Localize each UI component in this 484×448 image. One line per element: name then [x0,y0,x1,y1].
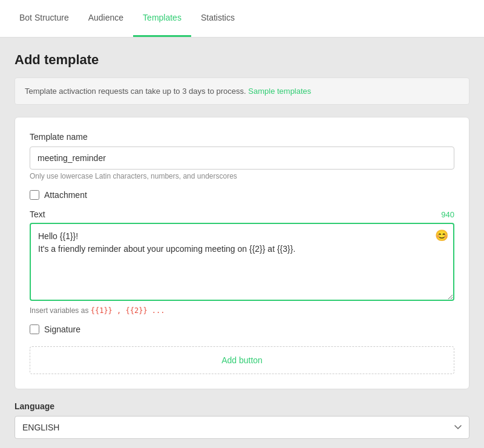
text-section-header: Text 940 [30,209,454,219]
signature-label[interactable]: Signature [44,324,80,334]
textarea-wrapper: 😊 [30,223,454,303]
page-content: Add template Template activaction reques… [0,38,484,448]
page-title: Add template [15,52,469,68]
attachment-label[interactable]: Attachment [44,190,87,200]
language-select[interactable]: ENGLISH SPANISH FRENCH GERMAN PORTUGUESE [15,416,469,439]
text-label: Text [30,209,45,219]
tab-bot-structure[interactable]: Bot Structure [10,0,79,37]
text-textarea[interactable] [30,223,454,301]
template-name-input[interactable] [30,147,454,170]
template-name-label: Template name [30,132,454,142]
template-name-hint: Only use lowercase Latin characters, num… [30,172,454,180]
variables-hint-vars: {{1}} , {{2}} ... [91,306,165,315]
text-group: Text 940 😊 Insert variables as {{1}} , {… [30,209,454,315]
info-banner: Template activaction requests can take u… [15,77,469,105]
add-button[interactable]: Add button [30,346,454,374]
variables-hint-prefix: Insert variables as [30,306,91,315]
tab-templates[interactable]: Templates [133,0,191,37]
form-card: Template name Only use lowercase Latin c… [15,117,469,389]
char-count: 940 [441,210,454,219]
info-banner-text: Template activaction requests can take u… [25,87,246,96]
emoji-button[interactable]: 😊 [435,229,448,242]
tab-audience[interactable]: Audience [79,0,133,37]
attachment-row: Attachment [30,190,454,200]
language-section: Language ENGLISH SPANISH FRENCH GERMAN P… [15,401,469,439]
template-name-group: Template name Only use lowercase Latin c… [30,132,454,180]
signature-row: Signature [30,324,454,334]
signature-checkbox[interactable] [30,324,39,334]
top-navigation: Bot Structure Audience Templates Statist… [0,0,484,38]
attachment-checkbox[interactable] [30,190,39,200]
variables-hint: Insert variables as {{1}} , {{2}} ... [30,306,454,315]
sample-templates-link[interactable]: Sample templates [248,87,311,96]
language-label: Language [15,401,469,411]
tab-statistics[interactable]: Statistics [191,0,244,37]
